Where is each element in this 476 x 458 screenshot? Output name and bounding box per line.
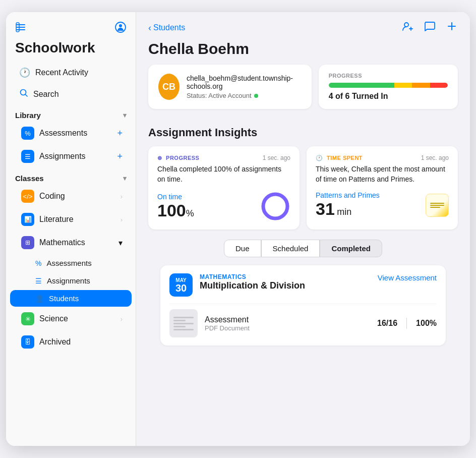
mathematics-chevron-icon: ▾ — [118, 238, 123, 248]
sidebar-sub-item-math-students[interactable]: 👤 Students — [10, 290, 132, 307]
score-divider — [406, 318, 407, 329]
sidebar-item-recent-activity[interactable]: 🕐 Recent Activity — [10, 63, 132, 83]
score-percent: 100% — [416, 319, 437, 328]
math-assignments-label: Assignments — [47, 276, 90, 285]
progress-bar-red — [430, 83, 448, 88]
student-info-card: CB chella_boehm@student.township-schools… — [148, 65, 312, 109]
assignment-thumbnail — [169, 309, 198, 337]
progress-bar — [329, 83, 448, 88]
archived-icon: 🗄 — [21, 335, 34, 349]
filter-due-button[interactable]: Due — [224, 240, 261, 257]
assignment-item-name: Assessment — [205, 315, 370, 324]
insight-time-unit: min — [337, 207, 351, 217]
main-content: ‹ Students — [136, 12, 470, 446]
add-button[interactable] — [446, 20, 458, 35]
topbar-actions — [401, 20, 458, 35]
math-assignments-icon: ☰ — [35, 277, 42, 285]
sidebar-item-assignments[interactable]: ☰ Assignments + — [10, 145, 132, 167]
progress-count: 4 of 6 Turned In — [329, 92, 448, 101]
sidebar: Schoolwork 🕐 Recent Activity Search Libr… — [6, 12, 136, 446]
assignment-item-row: Assessment PDF Document 16/16 100% — [169, 304, 437, 337]
sidebar-item-coding[interactable]: </> Coding › — [10, 185, 132, 207]
app-title: Schoolwork — [6, 40, 136, 62]
student-info-text: chella_boehm@student.township-schools.or… — [187, 74, 302, 99]
coding-chevron-icon: › — [121, 193, 123, 200]
insights-cards: ⊛ PROGRESS 1 sec. ago Chella completed 1… — [148, 146, 458, 230]
progress-bar-orange — [412, 83, 430, 88]
science-icon: ✳ — [21, 312, 34, 325]
insight-progress-timestamp: 1 sec. ago — [263, 154, 290, 161]
classes-section-header[interactable]: Classes ▾ — [6, 168, 136, 185]
math-assessments-label: Assessments — [46, 259, 91, 267]
student-name: Chella Boehm — [148, 40, 458, 58]
back-chevron-icon: ‹ — [148, 23, 151, 33]
add-assessment-button[interactable]: + — [117, 128, 123, 139]
assignment-class: MATHEMATICS — [200, 273, 378, 280]
breadcrumb[interactable]: ‹ Students — [148, 23, 185, 33]
assignment-card: MAY 30 MATHEMATICS Multiplication & Divi… — [160, 265, 446, 346]
insights-section: Assignment Insights ⊛ PROGRESS 1 sec. ag… — [136, 126, 470, 346]
assignment-date-badge: MAY 30 — [169, 273, 193, 297]
insight-progress-metric: On time 100% — [157, 191, 290, 221]
assignment-item-meta: Assessment PDF Document — [205, 315, 370, 332]
math-assessments-icon: % — [35, 259, 41, 267]
message-button[interactable] — [424, 20, 436, 35]
note-icon — [426, 194, 449, 217]
sidebar-item-assessments[interactable]: % Assessments + — [10, 122, 132, 144]
insight-progress-value: 100 — [157, 201, 186, 220]
assignment-card-header: MAY 30 MATHEMATICS Multiplication & Divi… — [169, 273, 437, 297]
progress-label: PROGRESS — [329, 73, 448, 79]
student-header: Chella Boehm CB chella_boehm@student.tow… — [136, 40, 470, 126]
insight-time-metric: Patterns and Primes 31 min — [316, 191, 449, 219]
sidebar-item-mathematics[interactable]: ⊞ Mathematics ▾ — [10, 232, 132, 254]
literature-label: Literature — [39, 215, 74, 224]
filter-completed-button[interactable]: Completed — [320, 240, 382, 257]
score-fraction: 16/16 — [377, 319, 397, 328]
svg-rect-2 — [16, 29, 25, 30]
sidebar-item-search[interactable]: Search — [10, 84, 132, 104]
progress-bar-yellow — [394, 83, 412, 88]
sidebar-top-bar — [6, 12, 136, 40]
math-students-icon: 👤 — [35, 295, 44, 303]
literature-chevron-icon: › — [121, 216, 123, 223]
sidebar-item-archived[interactable]: 🗄 Archived — [10, 331, 132, 353]
archived-label: Archived — [39, 337, 71, 347]
insight-card-time: 🕐 TIME SPENT 1 sec. ago This week, Chell… — [307, 146, 458, 230]
student-avatar: CB — [158, 74, 180, 100]
filter-scheduled-button[interactable]: Scheduled — [261, 240, 320, 257]
student-email: chella_boehm@student.township-schools.or… — [187, 74, 302, 90]
insight-progress-metric-label: On time — [157, 193, 194, 201]
sidebar-sub-item-math-assignments[interactable]: ☰ Assignments — [10, 272, 132, 289]
sidebar-sub-item-math-assessments[interactable]: % Assessments — [10, 255, 132, 271]
insight-time-timestamp: 1 sec. ago — [421, 154, 449, 161]
clock-icon: 🕐 — [19, 67, 30, 78]
svg-point-5 — [119, 24, 122, 27]
profile-button[interactable] — [114, 21, 127, 36]
breadcrumb-label: Students — [153, 23, 185, 32]
add-student-button[interactable] — [401, 20, 413, 35]
insight-time-desc: This week, Chella spent the most amount … — [316, 164, 449, 184]
student-status: Status: Active Account — [187, 92, 302, 99]
svg-point-9 — [263, 194, 287, 218]
svg-point-7 — [404, 23, 408, 27]
progress-icon: ⊛ — [157, 155, 162, 161]
library-section-header[interactable]: Library ▾ — [6, 105, 136, 122]
assignment-item-score: 16/16 100% — [377, 318, 437, 329]
donut-chart — [260, 191, 290, 221]
assignment-section: MAY 30 MATHEMATICS Multiplication & Divi… — [148, 265, 458, 346]
sidebar-toggle-button[interactable] — [15, 22, 26, 35]
add-assignment-button[interactable]: + — [117, 151, 123, 162]
math-students-label: Students — [49, 294, 79, 303]
classes-label: Classes — [15, 174, 44, 183]
insight-time-subject: Patterns and Primes — [316, 191, 380, 199]
view-assessment-button[interactable]: View Assessment — [378, 273, 437, 282]
assignment-title: Multiplication & Division — [200, 280, 378, 291]
sidebar-item-label: Recent Activity — [35, 68, 88, 77]
filter-bar: Due Scheduled Completed — [148, 240, 458, 257]
library-chevron-icon: ▾ — [123, 111, 127, 119]
sidebar-item-literature[interactable]: 📊 Literature › — [10, 208, 132, 231]
literature-icon: 📊 — [21, 213, 34, 226]
sidebar-item-science[interactable]: ✳ Science › — [10, 308, 132, 330]
search-icon — [19, 88, 28, 100]
main-topbar: ‹ Students — [136, 12, 470, 40]
